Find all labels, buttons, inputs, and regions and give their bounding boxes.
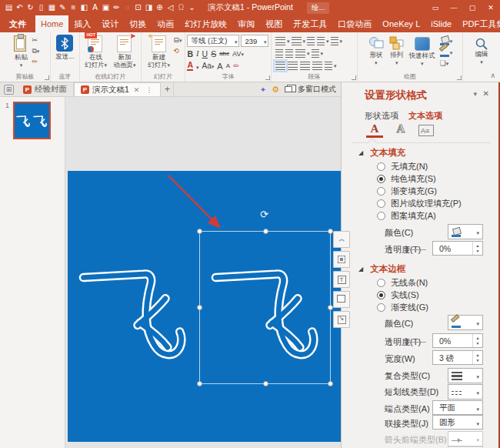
doc-tab-cover[interactable]: P 经验封面 <box>17 82 74 96</box>
cut-icon[interactable]: ✂ <box>32 35 39 45</box>
font-name-combo[interactable]: 等线 (正文) <box>187 35 239 47</box>
tab-home[interactable]: Home <box>35 15 68 32</box>
shape-effects-icon[interactable]: ❏ <box>440 59 453 69</box>
textbox-button[interactable]: T <box>333 271 350 288</box>
radio-icon[interactable] <box>377 279 385 287</box>
increase-indent-icon[interactable] <box>285 49 293 58</box>
cap-type-dropdown[interactable]: 平面 <box>432 400 483 415</box>
shape-outline-icon[interactable] <box>440 47 453 58</box>
copy-icon[interactable]: ⧉ <box>32 46 39 56</box>
fill-color-icon[interactable]: ◧ <box>79 0 89 15</box>
pin-icon[interactable]: ⊕ <box>155 0 165 15</box>
tab-pdf-tools[interactable]: PDF工具集 <box>457 15 500 32</box>
dash-type-button[interactable] <box>448 384 483 400</box>
tab-slideshow[interactable]: 幻灯片放映 <box>179 15 232 32</box>
tab-file[interactable]: 文件 <box>0 15 35 32</box>
close-button[interactable]: ✕ <box>482 0 500 15</box>
tab-more-icon[interactable]: ⋮ <box>144 86 154 94</box>
bullets-icon[interactable] <box>275 37 285 45</box>
text-effects-icon[interactable]: A <box>392 122 409 135</box>
workspace-icon[interactable]: ⊞ <box>4 85 14 95</box>
shrink-font-button[interactable]: A <box>226 62 230 69</box>
table-icon[interactable]: ▦ <box>47 0 57 15</box>
radio-icon[interactable] <box>377 212 385 220</box>
drawing-dialog-launcher[interactable] <box>457 75 462 80</box>
decrease-indent-icon[interactable] <box>275 49 283 58</box>
quick-styles-button[interactable]: 快速样式 <box>409 34 435 68</box>
handle-bottom-right[interactable] <box>328 381 333 386</box>
change-case-button[interactable]: Aa <box>202 62 215 70</box>
new-file-icon[interactable]: ▯ <box>36 0 46 15</box>
handle-mid-left[interactable] <box>197 305 202 310</box>
radio-icon[interactable] <box>377 199 385 208</box>
new-animation-page-button[interactable]: ➤ 新加 动画页 <box>110 34 139 69</box>
option-gradient-line[interactable]: 渐变线(G) <box>377 302 428 313</box>
brush-icon[interactable]: ✏ <box>112 0 122 15</box>
arrange-button[interactable]: 排列 <box>389 34 405 67</box>
rotate-handle-icon[interactable]: ⟳ <box>260 209 268 220</box>
font-color-button[interactable]: A <box>187 61 193 71</box>
radio-icon[interactable] <box>377 162 385 171</box>
option-pattern-fill[interactable]: 图案填充(A) <box>377 210 436 222</box>
line-width-spinner[interactable]: 3 磅▲▼ <box>432 350 483 365</box>
arrange-overlap-button[interactable] <box>333 291 350 308</box>
bold-button[interactable]: B <box>187 49 193 59</box>
slide-thumbnail[interactable] <box>13 102 51 139</box>
line-transparency-spinner[interactable]: 0%▲▼ <box>432 333 483 348</box>
slide-canvas[interactable]: ⟳ ︽ T <box>65 97 341 448</box>
grow-font-button[interactable]: A <box>217 62 222 71</box>
format-icon[interactable]: ≡ <box>68 0 78 15</box>
smartart-convert-icon[interactable] <box>325 62 332 70</box>
tab-view[interactable]: 视图 <box>260 15 288 32</box>
shape-icon[interactable]: ◌ <box>122 0 132 15</box>
option-gradient-fill[interactable]: 渐变填充(G) <box>377 186 437 197</box>
tab-animations[interactable]: 动画 <box>152 15 179 32</box>
tab-transitions[interactable]: 切换 <box>124 15 152 32</box>
omega-icon[interactable]: Ω <box>176 0 186 15</box>
settings-gear-icon[interactable]: ⚙ <box>272 85 279 95</box>
pencil-icon[interactable]: ✎ <box>58 0 68 15</box>
fill-transparency-spinner[interactable]: 0%▲▼ <box>432 241 483 256</box>
maximize-button[interactable]: ▢ <box>463 0 482 15</box>
fei-glyph-left[interactable] <box>75 259 200 369</box>
section-text-outline[interactable]: ◢ 文本边框 <box>358 263 405 275</box>
handle-top-mid[interactable] <box>263 229 268 234</box>
tab-design[interactable]: 设计 <box>96 15 124 32</box>
speaker-icon[interactable]: ◁ <box>165 0 175 15</box>
doc-tab-presentation1[interactable]: P 演示文稿1 ✕ ⋮ <box>74 82 161 96</box>
tab-islide[interactable]: iSlide <box>425 15 457 32</box>
underline-button[interactable]: U <box>202 49 208 59</box>
handle-top-left[interactable] <box>197 229 202 234</box>
tab-close-icon[interactable]: ✕ <box>132 86 142 94</box>
spinner-arrows-icon[interactable]: ▲▼ <box>472 334 482 347</box>
columns-icon[interactable] <box>312 49 319 58</box>
tab-pocket-animation[interactable]: 口袋动画 <box>332 15 377 32</box>
plugin-badge[interactable]: 绘... <box>307 2 329 14</box>
fill-transparency-slider[interactable] <box>406 246 428 254</box>
align-right-icon[interactable] <box>300 62 310 70</box>
line-color-button[interactable] <box>448 315 483 330</box>
frame-icon[interactable]: ⊡ <box>133 0 143 15</box>
ribbon-options-button[interactable]: ▭ <box>426 0 445 15</box>
redo-icon[interactable]: ↻ <box>25 0 35 15</box>
highlight-button[interactable]: ✏ <box>233 62 239 70</box>
shapes-button[interactable]: 形状 <box>368 34 385 67</box>
clear-format-button[interactable]: abc <box>219 50 229 57</box>
minimize-button[interactable]: — <box>445 0 463 15</box>
pane-tab-shape-options[interactable]: 形状选项 <box>365 110 398 122</box>
justify-icon[interactable] <box>312 62 322 70</box>
align-center-icon[interactable] <box>288 62 298 70</box>
textbox-options-icon[interactable]: A≡ <box>418 125 434 136</box>
collapse-ribbon-icon[interactable]: ∧ <box>490 72 495 79</box>
selection-pane-button[interactable] <box>333 251 350 268</box>
more-icon[interactable]: ⌄ <box>187 0 197 15</box>
line-spacing-icon[interactable] <box>317 37 325 45</box>
multi-window-mode-button[interactable]: 多窗口模式 <box>298 84 336 95</box>
pane-tab-text-options[interactable]: 文本选项 <box>408 110 442 122</box>
font-size-combo[interactable]: 239 <box>241 35 268 47</box>
plugin-gem-icon[interactable]: ✦ <box>260 85 266 94</box>
selection-box[interactable]: ⟳ <box>199 231 331 384</box>
tab-review[interactable]: 审阅 <box>232 15 260 32</box>
layout-icon[interactable]: ⊟ <box>174 35 182 45</box>
align-left-icon[interactable] <box>275 62 285 70</box>
